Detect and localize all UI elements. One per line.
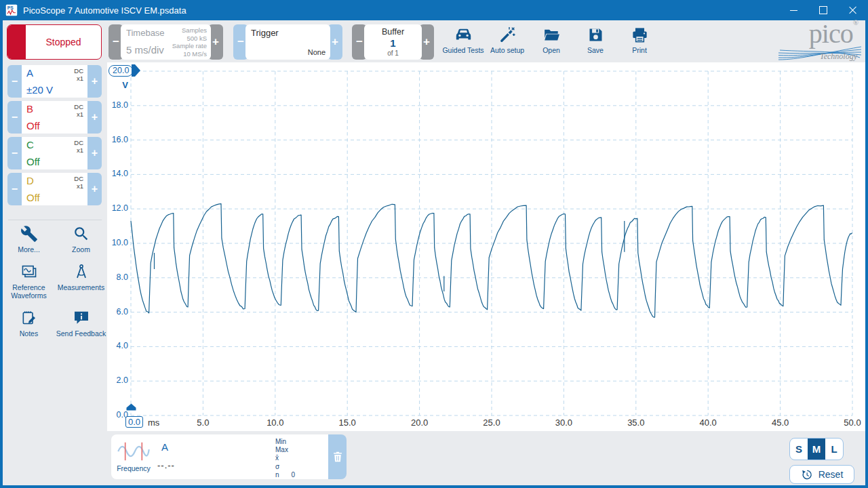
waveform-canvas[interactable] <box>107 62 865 431</box>
axis-flag-arrow-icon <box>132 64 140 77</box>
channel-range-label: ±20 V <box>26 84 53 96</box>
notes-button[interactable]: Notes <box>3 309 55 338</box>
print-button[interactable]: Print <box>618 24 660 60</box>
save-button[interactable]: Save <box>574 24 616 60</box>
guided-tests-button[interactable]: Guided Tests <box>442 24 484 60</box>
trigger-settings-button[interactable]: Trigger None <box>245 24 330 60</box>
printer-icon <box>631 26 649 44</box>
channel-C-decrease-range-button[interactable]: − <box>7 137 22 169</box>
save-label: Save <box>587 46 604 54</box>
channel-a-axis-flag[interactable]: 20.0 <box>108 64 140 77</box>
channel-C-increase-range-button[interactable]: + <box>87 137 102 169</box>
reference-waveform-icon <box>20 263 38 281</box>
channel-C-options-button[interactable]: CDCx1Off <box>22 137 87 169</box>
channel-B-options-button[interactable]: BDCx1Off <box>22 101 87 134</box>
svg-text:PS: PS <box>7 5 14 10</box>
car-icon <box>454 26 473 44</box>
view-size-l-button[interactable]: L <box>825 439 843 460</box>
send-feedback-button[interactable]: Send Feedback <box>55 309 107 338</box>
measurement-stats: Min Max x̄ σ n0 <box>275 434 328 479</box>
channel-letter: A <box>26 67 33 79</box>
time-zero-marker[interactable] <box>126 403 136 411</box>
buffer-value: 1 <box>364 37 422 49</box>
channel-B-decrease-range-button[interactable]: − <box>7 101 22 134</box>
measurements-button[interactable]: Measurements <box>55 263 107 300</box>
reference-waveforms-label: Reference Waveforms <box>4 283 54 300</box>
channel-range-label: Off <box>26 192 40 203</box>
reset-button[interactable]: Reset <box>789 465 854 484</box>
channel-A-increase-range-button[interactable]: + <box>87 65 102 98</box>
capture-state-label: Stopped <box>26 37 101 47</box>
channel-D-increase-range-button[interactable]: + <box>87 173 102 205</box>
y-axis-tick-label: 6.0 <box>107 307 128 317</box>
history-icon <box>801 468 813 481</box>
y-axis-tick-label: 18.0 <box>107 100 128 110</box>
measurement-channel: A <box>161 441 168 453</box>
y-axis-tick-label: 16.0 <box>107 135 128 144</box>
bottom-bar: Frequency A --.-- Min Max x̄ σ n0 SML <box>107 431 865 485</box>
x-axis-zero-label: 0.0 <box>125 416 143 428</box>
buffer-of-label: of 1 <box>364 49 422 57</box>
channel-B-panel: −BDCx1Off+ <box>7 101 102 134</box>
x-axis-tick-label: 10.0 <box>260 418 290 428</box>
reference-waveforms-button[interactable]: Reference Waveforms <box>3 263 55 300</box>
channel-range-label: Off <box>26 156 40 167</box>
y-axis-unit: V <box>107 80 128 90</box>
y-axis-tick-label: 14.0 <box>107 169 128 178</box>
more-button[interactable]: More... <box>3 225 55 253</box>
auto-setup-label: Auto setup <box>490 46 524 54</box>
window-title: PicoScope 7 Automotive ISCV EM.psdata <box>23 5 186 16</box>
channel-letter: D <box>26 175 34 186</box>
picoscope-window: PS PicoScope 7 Automotive ISCV EM.psdata… <box>0 0 868 488</box>
view-size-m-button[interactable]: M <box>808 439 825 460</box>
channel-D-decrease-range-button[interactable]: − <box>7 173 22 205</box>
capture-stopped-button[interactable]: Stopped <box>7 24 102 60</box>
frequency-icon <box>117 439 151 464</box>
delete-measurement-button[interactable] <box>328 434 347 479</box>
channel-B-increase-range-button[interactable]: + <box>87 101 102 134</box>
channel-A-options-button[interactable]: ADCx1±20 V <box>22 65 87 98</box>
trigger-label: Trigger <box>251 28 279 38</box>
channel-coupling-label: DCx1 <box>74 103 83 118</box>
x-axis-unit: ms <box>148 418 159 428</box>
x-axis-tick-label: 20.0 <box>405 418 435 428</box>
minimize-button[interactable] <box>778 0 808 20</box>
zoom-button[interactable]: Zoom <box>55 225 107 253</box>
timebase-label: Timebase <box>126 28 165 38</box>
channel-letter: C <box>26 139 34 150</box>
pico-subtitle: Technology <box>820 52 857 62</box>
measurements-label: Measurements <box>56 283 106 291</box>
channel-D-panel: −DDCx1Off+ <box>7 173 102 205</box>
measurement-panel[interactable]: Frequency A --.-- Min Max x̄ σ n0 <box>111 434 328 479</box>
toolbar: Stopped − Timebase 5 ms/div Samples 500 … <box>3 20 865 62</box>
view-size-s-button[interactable]: S <box>790 439 808 460</box>
guided-tests-label: Guided Tests <box>442 46 484 54</box>
stat-n-value: 0 <box>292 471 296 479</box>
trash-icon <box>331 449 344 464</box>
timebase-value: 5 ms/div <box>126 44 164 56</box>
auto-setup-button[interactable]: Auto setup <box>486 24 528 60</box>
timebase-control: − Timebase 5 ms/div Samples 500 kS Sampl… <box>108 24 223 60</box>
zoom-label: Zoom <box>56 245 106 253</box>
channel-D-options-button[interactable]: DDCx1Off <box>22 173 87 205</box>
channel-C-panel: −CDCx1Off+ <box>7 137 102 169</box>
notepad-icon <box>20 309 38 327</box>
channel-letter: B <box>26 103 33 115</box>
sidebar-divider <box>8 220 102 220</box>
minimize-icon <box>790 10 797 11</box>
open-label: Open <box>542 46 560 54</box>
channel-A-panel: −ADCx1±20 V+ <box>7 65 102 98</box>
channel-range-label: Off <box>26 120 40 131</box>
x-axis-tick-label: 50.0 <box>837 418 867 428</box>
y-axis-tick-label: 8.0 <box>107 272 128 282</box>
x-axis-tick-label: 5.0 <box>188 418 218 428</box>
picoscope-app-icon: PS <box>5 4 18 16</box>
x-axis-tick-label: 25.0 <box>477 418 507 428</box>
waveform-plot-area[interactable]: 18.016.014.012.010.08.06.04.02.00.0V20.0… <box>107 62 865 431</box>
open-button[interactable]: Open <box>530 24 572 60</box>
channel-A-decrease-range-button[interactable]: − <box>7 65 22 98</box>
channel-coupling-label: DCx1 <box>74 139 83 154</box>
magnifier-icon <box>73 225 90 243</box>
y-axis-tick-label: 12.0 <box>107 203 128 213</box>
feedback-icon <box>73 309 90 327</box>
